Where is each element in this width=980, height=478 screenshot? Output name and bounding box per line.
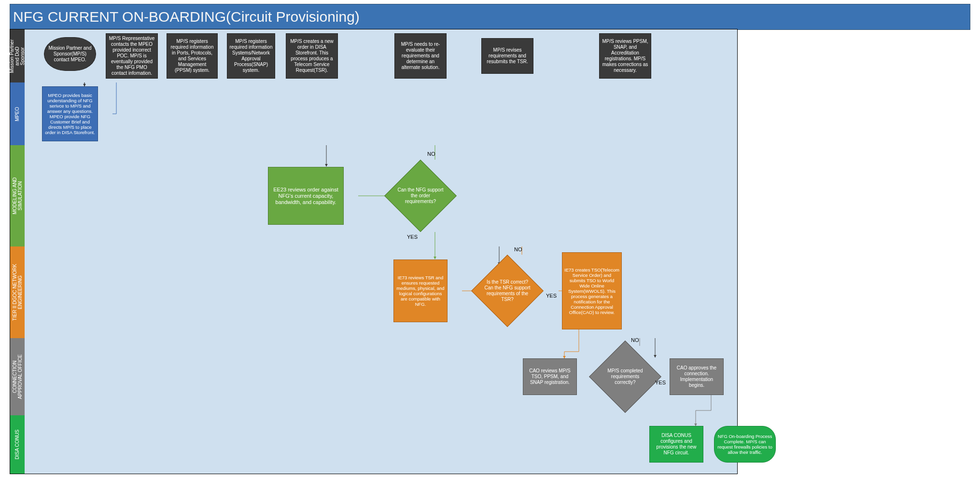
lane-cao: CONNECTIONAPPROVAL OFFICE CAO revie — [10, 338, 737, 416]
node-mps-ppsm: MP/S registers required information in P… — [167, 33, 218, 79]
node-mps-review-reg: MP/S reviews PPSM, SNAP, and Accreditati… — [599, 33, 651, 79]
lane-network-eng: TIER II DGOC NETWORKENGINEERING IE7 — [10, 246, 737, 339]
lane-header-network-eng: TIER II DGOC NETWORKENGINEERING — [10, 246, 25, 338]
label-no-2: NO — [514, 246, 522, 252]
swimlane-container: Mission Partnerand DoDSponsor — [10, 29, 738, 474]
node-cao-approve: CAO approves the connection. Implementat… — [670, 358, 724, 395]
decision-nfg-support: Can the NFG support the order requiremen… — [384, 160, 457, 232]
lane-header-cao: CONNECTIONAPPROVAL OFFICE — [10, 338, 25, 415]
node-ee23-review: EE23 reviews order against NFG's current… — [268, 167, 344, 225]
decision-tsr-correct: Is the TSR correct? Can the NFG support … — [471, 255, 544, 327]
lane-header-mission-partner: Mission Partnerand DoDSponsor — [10, 29, 25, 82]
lane-mission-partner: Mission Partnerand DoDSponsor — [10, 29, 737, 83]
label-no-3: NO — [631, 337, 639, 343]
lane-header-mpeo: MPEO — [10, 82, 25, 145]
label-yes-2: YES — [546, 293, 557, 299]
node-mps-revise: MP/S revises requirements and resubmits … — [481, 38, 533, 74]
lane-modeling: MODELING ANDSIMULATION EE23 reviews orde… — [10, 145, 737, 247]
node-ie73-review: IE73 reviews TSR and ensures requested m… — [393, 259, 448, 322]
node-mps-tsr: MP/S creates a new order in DISA Storefr… — [286, 33, 338, 79]
node-cao-review: CAO reviews MP/S TSO, PPSM, and SNAP reg… — [523, 358, 577, 395]
node-mps-reeval: MP/S needs to re-evaluate their requirem… — [394, 33, 447, 79]
decision-req-complete: MP/S completed requirements correctly? — [589, 341, 661, 413]
node-end-complete: NFG On-boarding Process Complete. MP/S c… — [714, 426, 776, 463]
node-mps-snap: MP/S registers required information Syst… — [227, 33, 275, 79]
diagram-title: NFG CURRENT ON-BOARDING(Circuit Provisio… — [10, 4, 970, 30]
node-disa-provision: DISA CONUS configures and provisions the… — [649, 426, 703, 463]
node-mps-wrong-poc: MP/S Representative contacts the MPEO pr… — [106, 33, 158, 79]
node-mpeo-brief: MPEO provides basic understanding of NFG… — [42, 86, 98, 141]
node-ie73-tso: IE73 creates TSO(Telecom Service Order) … — [562, 252, 622, 329]
lane-disa-conus: DISA CONUS DISA CONUS configures and pro… — [10, 415, 737, 474]
lane-header-disa-conus: DISA CONUS — [10, 415, 25, 474]
node-start-contact-mpeo: Mission Partner and Sponsor(MP/S) contac… — [44, 37, 96, 71]
swimlane-diagram: NFG CURRENT ON-BOARDING(Circuit Provisio… — [0, 0, 980, 478]
lane-mpeo: MPEO MPEO provides basic understanding o… — [10, 82, 737, 146]
label-no-1: NO — [427, 151, 435, 157]
label-yes-1: YES — [407, 234, 418, 240]
lane-header-modeling: MODELING ANDSIMULATION — [10, 145, 25, 246]
label-yes-3: YES — [655, 380, 666, 385]
